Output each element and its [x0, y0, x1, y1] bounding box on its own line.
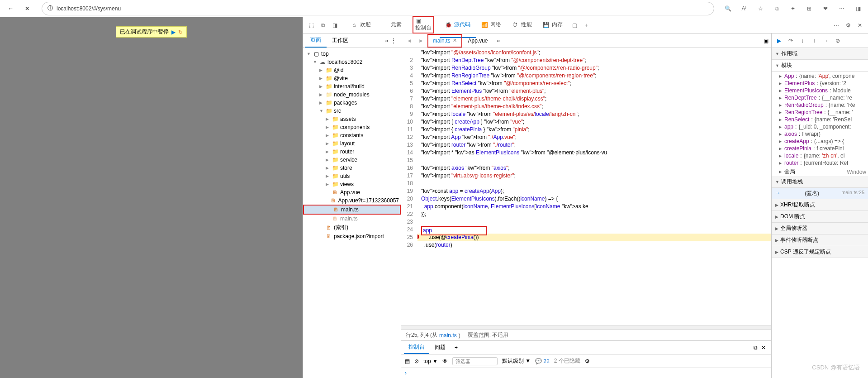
- tree-item-node_modules[interactable]: ▶📁node_modules: [303, 91, 401, 99]
- tab-console[interactable]: 控制台: [404, 341, 429, 354]
- step-out-button[interactable]: ↑: [810, 36, 819, 45]
- clear-console-icon[interactable]: ⊘: [414, 358, 419, 364]
- filter-input[interactable]: [452, 357, 498, 365]
- file-tree[interactable]: ▼▢top▼☁localhost:8002▶📁@id▶📁@vite▶📁inter…: [303, 48, 401, 378]
- zoom-icon[interactable]: 🔍: [722, 3, 733, 14]
- tree-item-(索引)[interactable]: 🗎(索引): [303, 223, 401, 232]
- settings-icon[interactable]: ⚙: [843, 20, 854, 31]
- tree-item-package.json?import[interactable]: 🗎package.json?import: [303, 232, 401, 240]
- tree-item-internal/build[interactable]: ▶📁internal/build: [303, 82, 401, 91]
- console-gear-icon[interactable]: ⚙: [585, 358, 590, 364]
- context-selector[interactable]: top ▼: [423, 358, 438, 364]
- more-tabs-icon[interactable]: »: [493, 38, 504, 44]
- tree-item-components[interactable]: ▶📁components: [303, 123, 401, 131]
- scope-var-ElementPlusIcons[interactable]: ▶ElementPlusIcons: Module: [772, 87, 868, 94]
- collections-icon[interactable]: ⧉: [771, 3, 782, 14]
- scope-var-router[interactable]: ▶router: {currentRoute: Ref: [772, 159, 868, 167]
- tree-item-localhost:8002[interactable]: ▼☁localhost:8002: [303, 58, 401, 66]
- read-aloud-icon[interactable]: A⁾: [739, 3, 749, 14]
- tree-item-router[interactable]: ▶📁router: [303, 148, 401, 156]
- step-into-button[interactable]: ↓: [798, 36, 807, 45]
- section-全局侦听器[interactable]: ▶全局侦听器: [772, 223, 868, 234]
- scope-var-RenDeptTree[interactable]: ▶RenDeptTree: {__name: 're: [772, 94, 868, 101]
- console-close-icon[interactable]: ✕: [761, 345, 766, 351]
- scope-var-locale[interactable]: ▶locale: {name: 'zh-cn', el: [772, 152, 868, 159]
- favorites-icon[interactable]: ✦: [787, 3, 798, 14]
- tab-issues[interactable]: 问题: [430, 341, 450, 354]
- section-DOM 断点[interactable]: ▶DOM 断点: [772, 211, 868, 223]
- chevron-icon[interactable]: »: [385, 38, 388, 44]
- scope-var-app[interactable]: ▶app: {_uid: 0, _component:: [772, 123, 868, 130]
- scope-var-RenSelect[interactable]: ▶RenSelect: {name: 'RenSel: [772, 116, 868, 123]
- section-事件侦听器断点[interactable]: ▶事件侦听器断点: [772, 234, 868, 246]
- add-console-tab[interactable]: +: [451, 345, 461, 351]
- tree-item-App.vue?t=17132360057[interactable]: 🗎App.vue?t=17132360057: [303, 196, 401, 205]
- extensions-icon[interactable]: ⊞: [804, 3, 815, 14]
- log-level-selector[interactable]: 默认级别 ▼: [502, 357, 531, 365]
- more-icon[interactable]: ⋮: [391, 38, 396, 44]
- tree-item-main.ts[interactable]: 🗎main.ts: [303, 205, 401, 215]
- health-icon[interactable]: ❤: [820, 3, 831, 14]
- nav-fwd[interactable]: ►: [416, 38, 427, 44]
- dock-icon[interactable]: ◨: [329, 20, 340, 31]
- scope-var-axios[interactable]: ▶axios: f wrap(): [772, 130, 868, 138]
- code-editor[interactable]: 2345678910111213141516171819202122232425…: [401, 48, 771, 325]
- scope-var-createApp[interactable]: ▶createApp: (...args) => {: [772, 138, 868, 145]
- device-icon[interactable]: ⧉: [318, 20, 328, 31]
- scope-section[interactable]: ▼作用域: [772, 48, 868, 60]
- scope-var-ElementPlus[interactable]: ▶ElementPlus: {version: '2: [772, 80, 868, 87]
- nav-back[interactable]: ◄: [404, 38, 415, 44]
- callstack-frame[interactable]: (匿名)main.ts:25: [772, 188, 868, 199]
- back-button[interactable]: ←: [5, 2, 17, 15]
- tree-item-utils[interactable]: ▶📁utils: [303, 172, 401, 180]
- message-count[interactable]: 💬 22: [535, 358, 550, 364]
- deactivate-bp-button[interactable]: ⊘: [833, 36, 842, 45]
- section-XHR/提取断点[interactable]: ▶XHR/提取断点: [772, 199, 868, 211]
- tree-item-main.ts[interactable]: 🗎main.ts: [303, 215, 401, 223]
- tree-item-top[interactable]: ▼▢top: [303, 50, 401, 58]
- step-icon[interactable]: ↻: [178, 29, 183, 35]
- close-button[interactable]: ✕: [21, 2, 33, 15]
- resume-button[interactable]: ▶: [774, 36, 783, 45]
- tree-item-store[interactable]: ▶📁store: [303, 164, 401, 172]
- tree-item-views[interactable]: ▶📁views: [303, 180, 401, 188]
- tree-item-App.vue[interactable]: 🗎App.vue: [303, 188, 401, 196]
- scope-var-createPinia[interactable]: ▶createPinia: f createPini: [772, 145, 868, 152]
- tree-item-packages[interactable]: ▶📁packages: [303, 99, 401, 107]
- scope-var-RenRadioGroup[interactable]: ▶RenRadioGroup: {name: 'Re: [772, 101, 868, 109]
- file-tab-main.ts[interactable]: main.ts ✕: [427, 34, 463, 48]
- close-devtools-icon[interactable]: ✕: [854, 20, 865, 31]
- tab-workspace[interactable]: 工作区: [327, 34, 354, 47]
- tree-item-service[interactable]: ▶📁service: [303, 156, 401, 164]
- console-settings-icon[interactable]: ⧉: [754, 345, 758, 351]
- tab-page[interactable]: 页面: [305, 33, 327, 48]
- step-button[interactable]: →: [821, 36, 830, 45]
- tree-item-assets[interactable]: ▶📁assets: [303, 115, 401, 123]
- sidebar-toggle-icon[interactable]: ▤: [405, 358, 410, 364]
- sidebar-icon[interactable]: ◨: [853, 3, 863, 14]
- live-expression-icon[interactable]: 👁: [442, 358, 448, 364]
- tree-item-src[interactable]: ▼📁src: [303, 107, 401, 115]
- console-prompt[interactable]: ›: [401, 368, 771, 378]
- add-tab-icon[interactable]: +: [581, 20, 592, 31]
- snippets-icon[interactable]: ▣: [764, 38, 768, 44]
- star-icon[interactable]: ☆: [755, 3, 766, 14]
- inspect-icon[interactable]: ⬚: [306, 20, 317, 31]
- tree-item-@vite[interactable]: ▶📁@vite: [303, 74, 401, 82]
- more-icon[interactable]: ⋯: [836, 3, 847, 14]
- module-section[interactable]: ▼模块: [772, 60, 868, 72]
- tree-item-layout[interactable]: ▶📁layout: [303, 139, 401, 148]
- file-tab-App.vue[interactable]: App.vue: [463, 35, 492, 47]
- global-scope[interactable]: ▶ 全局 Window: [772, 167, 868, 176]
- scope-var-RenRegionTree[interactable]: ▶RenRegionTree: {__name: ': [772, 109, 868, 116]
- more-devtools-icon[interactable]: ⋯: [831, 20, 842, 31]
- status-file-link[interactable]: main.ts: [439, 332, 457, 339]
- section-CSP 违反了规定断点[interactable]: ▶CSP 违反了规定断点: [772, 246, 868, 258]
- scrollbar-h[interactable]: [401, 325, 771, 330]
- tree-item-@id[interactable]: ▶📁@id: [303, 66, 401, 74]
- resume-icon[interactable]: ▶: [171, 29, 175, 35]
- callstack-section[interactable]: ▼调用堆栈: [772, 176, 868, 188]
- scope-var-App[interactable]: ▶App: {name: 'App', compone: [772, 72, 868, 80]
- app-tab-icon[interactable]: ▢: [569, 20, 580, 31]
- tree-item-constants[interactable]: ▶📁constants: [303, 131, 401, 139]
